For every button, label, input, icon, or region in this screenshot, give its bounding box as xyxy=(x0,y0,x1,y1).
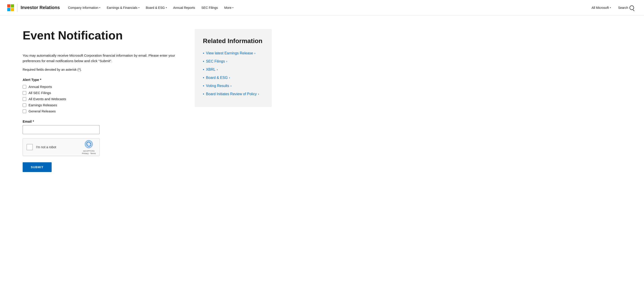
list-item: • Board & ESG › xyxy=(203,76,264,80)
checkbox-all-events-webcasts[interactable]: All Events and Webcasts xyxy=(23,97,181,101)
bullet-icon: • xyxy=(203,84,204,88)
chevron-right-icon: › xyxy=(230,84,232,88)
microsoft-logo-link[interactable] xyxy=(7,4,14,11)
earnings-releases-checkbox[interactable] xyxy=(23,103,26,107)
recaptcha-widget[interactable]: I'm not a robot reCAPTCHA Privacy · Term… xyxy=(23,138,100,156)
related-link-sec-filings[interactable]: SEC Filings › xyxy=(206,59,227,64)
main-layout: Event Notification You may automatically… xyxy=(0,16,644,186)
recaptcha-logo-icon xyxy=(84,139,94,149)
email-required-star: * xyxy=(32,119,34,123)
header-divider xyxy=(17,4,18,12)
list-item: • SEC Filings › xyxy=(203,59,264,64)
form-intro-text: You may automatically receive Microsoft … xyxy=(23,53,181,64)
microsoft-logo xyxy=(7,4,14,11)
search-icon xyxy=(630,6,634,10)
nav-item-board-esg[interactable]: Board & ESG ▾ xyxy=(143,4,170,11)
annual-reports-checkbox[interactable] xyxy=(23,85,26,89)
bullet-icon: • xyxy=(203,51,204,55)
list-item: • Voting Results › xyxy=(203,84,264,88)
nav-item-more[interactable]: More ▾ xyxy=(222,4,236,11)
general-releases-checkbox[interactable] xyxy=(23,110,26,113)
checkbox-annual-reports[interactable]: Annual Reports xyxy=(23,85,181,89)
nav-item-company-info[interactable]: Company Information ▾ xyxy=(65,4,103,11)
alert-type-label: Alert Type * xyxy=(23,78,181,82)
required-note: Required fields denoted by an asterisk (… xyxy=(23,68,181,71)
recaptcha-left: I'm not a robot xyxy=(26,144,56,150)
required-star: * xyxy=(40,78,41,82)
bullet-icon: • xyxy=(203,76,204,80)
bullet-icon: • xyxy=(203,92,204,96)
header-right: All Microsoft ▾ Search xyxy=(589,4,637,12)
all-sec-filings-checkbox[interactable] xyxy=(23,91,26,95)
related-link-board-esg[interactable]: Board & ESG › xyxy=(206,76,230,80)
page-title: Event Notification xyxy=(23,29,181,42)
bullet-icon: • xyxy=(203,59,204,64)
checkbox-general-releases[interactable]: General Releases xyxy=(23,109,181,113)
svg-point-0 xyxy=(84,140,93,148)
main-content: Event Notification You may automatically… xyxy=(23,29,181,172)
related-link-board-review[interactable]: Board Initiates Review of Policy › xyxy=(206,92,259,96)
header: Investor Relations Company Information ▾… xyxy=(0,0,644,16)
related-link-voting-results[interactable]: Voting Results › xyxy=(206,84,232,88)
nav-item-sec-filings[interactable]: SEC Filings xyxy=(198,4,220,11)
all-events-webcasts-checkbox[interactable] xyxy=(23,97,26,101)
sidebar: Related Information • View latest Earnin… xyxy=(195,29,272,172)
email-label: Email * xyxy=(23,119,181,123)
chevron-right-icon: › xyxy=(229,76,230,79)
checkbox-all-sec-filings[interactable]: All SEC Filings xyxy=(23,91,181,95)
chevron-right-icon: › xyxy=(226,60,227,63)
nav-item-earnings-financials[interactable]: Earnings & Financials ▾ xyxy=(104,4,142,11)
main-nav: Company Information ▾ Earnings & Financi… xyxy=(65,4,589,11)
chevron-down-icon: ▾ xyxy=(166,6,167,9)
checkbox-list: Annual Reports All SEC Filings All Event… xyxy=(23,85,181,113)
chevron-down-icon: ▾ xyxy=(232,6,234,9)
chevron-down-icon: ▾ xyxy=(610,6,611,9)
list-item: • XBRL › xyxy=(203,68,264,72)
nav-item-annual-reports[interactable]: Annual Reports xyxy=(170,4,198,11)
recaptcha-branding: reCAPTCHA Privacy · Terms xyxy=(82,150,96,155)
chevron-right-icon: › xyxy=(217,68,218,71)
chevron-down-icon: ▾ xyxy=(138,6,140,9)
email-input[interactable] xyxy=(23,125,100,134)
related-info-box: Related Information • View latest Earnin… xyxy=(195,29,272,107)
checkbox-earnings-releases[interactable]: Earnings Releases xyxy=(23,103,181,107)
recaptcha-checkbox[interactable] xyxy=(26,144,33,150)
chevron-down-icon: ▾ xyxy=(99,6,100,9)
site-brand: Investor Relations xyxy=(20,5,60,10)
chevron-right-icon: › xyxy=(254,52,255,55)
list-item: • Board Initiates Review of Policy › xyxy=(203,92,264,96)
related-link-xbrl[interactable]: XBRL › xyxy=(206,68,218,72)
submit-button[interactable]: SUBMIT xyxy=(23,162,52,172)
related-info-title: Related Information xyxy=(203,37,264,45)
chevron-right-icon: › xyxy=(258,93,259,96)
list-item: • View latest Earnings Release › xyxy=(203,51,264,55)
bullet-icon: • xyxy=(203,68,204,72)
search-button[interactable]: Search xyxy=(616,4,637,12)
related-links-list: • View latest Earnings Release › • SEC F… xyxy=(203,51,264,96)
related-link-view-earnings[interactable]: View latest Earnings Release › xyxy=(206,51,256,55)
all-microsoft-menu[interactable]: All Microsoft ▾ xyxy=(589,4,614,11)
recaptcha-right: reCAPTCHA Privacy · Terms xyxy=(82,139,96,155)
recaptcha-label: I'm not a robot xyxy=(36,145,56,149)
